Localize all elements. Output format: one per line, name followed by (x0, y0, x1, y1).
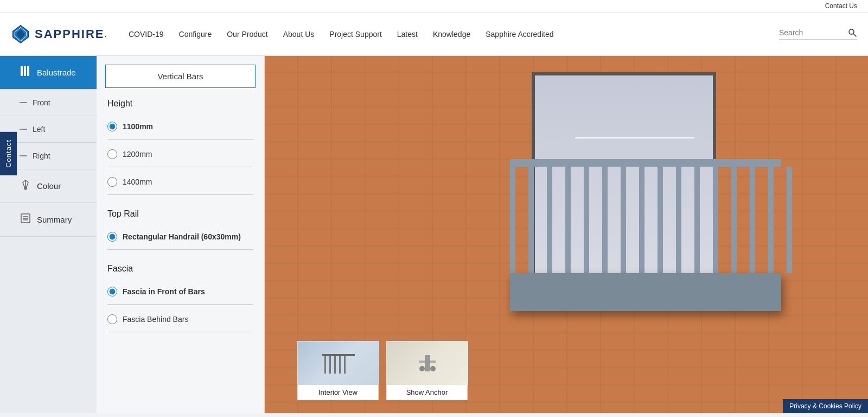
vertical-bar (694, 167, 700, 273)
sidebar-label-left: Left (33, 125, 45, 134)
radio-option-1100[interactable]: 1100mm (107, 117, 253, 136)
vertical-bar (787, 167, 792, 273)
radio-label-1100: 1100mm (123, 122, 153, 131)
radio-input-behind[interactable] (107, 314, 117, 324)
svg-rect-16 (425, 355, 430, 371)
radio-input-1200[interactable] (107, 149, 117, 159)
config-section-top-rail: Top RailRectangular Handrail (60x30mm) (97, 209, 264, 264)
nav-link-knowledge[interactable]: Knowledge (433, 30, 470, 39)
config-section-height: Height1100mm1200mm1400mm (97, 99, 264, 209)
divider-behind (107, 332, 253, 332)
nav-search[interactable] (779, 28, 857, 40)
radio-option-rectangular[interactable]: Rectangular Handrail (60x30mm) (107, 228, 253, 246)
svg-point-10 (24, 187, 27, 189)
nav-link-our-product[interactable]: Our Product (227, 30, 267, 39)
nav-link-sapphire-accredited[interactable]: Sapphire Accredited (486, 30, 553, 39)
radio-label-1200: 1200mm (123, 150, 152, 159)
radio-input-rectangular[interactable] (107, 232, 117, 242)
thumb-label-anchor: Show Anchor (387, 385, 467, 400)
vertical-bars (510, 167, 781, 273)
vertical-bar (676, 167, 681, 273)
vertical-bar (639, 167, 644, 273)
radio-input-front[interactable] (107, 287, 117, 296)
config-section-title-top-rail: Top Rail (107, 209, 253, 219)
vertical-bar (510, 167, 515, 273)
thumb-bar-5 (344, 356, 346, 374)
svg-point-18 (430, 366, 436, 371)
sidebar-item-front[interactable]: Front (0, 90, 97, 116)
thumb-anchor-bg (387, 342, 468, 385)
vertical-bar (584, 167, 589, 273)
nav-link-about-us[interactable]: About Us (283, 30, 315, 39)
viewer: Interior View Show Anchor Privacy & Cook… (265, 56, 868, 413)
thumb-image-interior (298, 342, 379, 385)
nav-link-latest[interactable]: Latest (397, 30, 418, 39)
radio-option-1200[interactable]: 1200mm (107, 145, 253, 163)
svg-point-17 (419, 366, 425, 371)
divider-front (107, 304, 253, 305)
privacy-cookie[interactable]: Privacy & Cookies Policy (783, 399, 868, 413)
thumb-bar-3 (334, 356, 336, 374)
thumb-label-interior: Interior View (298, 385, 378, 400)
sidebar-dash-front (20, 102, 27, 103)
radio-label-behind: Fascia Behind Bars (123, 315, 188, 324)
vertical-bar (750, 167, 755, 273)
config-section-fascia: FasciaFascia in Front of BarsFascia Behi… (97, 264, 264, 346)
sidebar-label-front: Front (33, 98, 50, 107)
radio-label-1400: 1400mm (123, 178, 152, 186)
sidebar-label-summary: Summary (37, 215, 72, 224)
config-tab-header[interactable]: Vertical Bars (105, 65, 256, 88)
svg-line-4 (853, 34, 856, 36)
preview-thumb-interior[interactable]: Interior View (297, 341, 379, 400)
sidebar-dash-right (20, 155, 27, 156)
logo-icon (11, 24, 30, 44)
vertical-bar (621, 167, 626, 273)
nav-link-project-support[interactable]: Project Support (329, 30, 382, 39)
radio-label-rectangular: Rectangular Handrail (60x30mm) (123, 232, 241, 241)
sidebar-label-colour: Colour (37, 181, 61, 191)
thumb-image-anchor (387, 342, 468, 385)
divider-rectangular (107, 249, 253, 250)
contact-us-link[interactable]: Contact Us (825, 2, 857, 10)
vertical-bar (731, 167, 737, 273)
search-icon[interactable] (847, 28, 857, 37)
sidebar-label-right: Right (33, 151, 50, 160)
radio-option-front[interactable]: Fascia in Front of Bars (107, 282, 253, 301)
balcony-structure (488, 72, 857, 376)
svg-rect-7 (27, 66, 29, 76)
config-section-title-height: Height (107, 99, 253, 109)
thumb-bar-4 (339, 356, 341, 374)
contact-tab[interactable]: Contact (0, 132, 17, 175)
search-input[interactable] (779, 28, 844, 37)
vertical-bar (547, 167, 552, 273)
config-panel: Vertical Bars Height1100mm1200mm1400mmTo… (97, 56, 265, 413)
radio-input-1100[interactable] (107, 122, 117, 131)
anchor-icon (414, 350, 441, 377)
radio-option-behind[interactable]: Fascia Behind Bars (107, 310, 253, 328)
preview-thumbnails: Interior View Show Anchor (297, 341, 468, 400)
svg-point-3 (849, 29, 854, 34)
radio-option-1400[interactable]: 1400mm (107, 173, 253, 191)
radio-input-1400[interactable] (107, 177, 117, 187)
svg-rect-5 (21, 66, 23, 76)
thumb-interior-bg (298, 342, 379, 385)
sidebar: BalustradeFrontLeftRightColourSummary (0, 56, 97, 413)
nav-link-covid[interactable]: COVID-19 (129, 30, 164, 39)
thumb-bar-2 (329, 356, 331, 374)
balcony-platform (510, 273, 781, 311)
sidebar-icon-summary (20, 213, 31, 226)
svg-rect-6 (24, 66, 26, 76)
nav-link-configure[interactable]: Configure (179, 30, 212, 39)
config-section-title-fascia: Fascia (107, 264, 253, 274)
thumb-bar-group (324, 356, 346, 374)
divider-1200 (107, 167, 253, 167)
sidebar-item-balustrade[interactable]: Balustrade (0, 56, 97, 90)
balcony-rail-container (510, 159, 781, 311)
sidebar-item-summary[interactable]: Summary (0, 203, 97, 237)
vertical-bar (768, 167, 774, 273)
main-layout: Contact BalustradeFrontLeftRightColourSu… (0, 56, 868, 413)
thumb-rail-detail (322, 350, 355, 377)
vertical-bar (565, 167, 571, 273)
preview-thumb-anchor[interactable]: Show Anchor (386, 341, 468, 400)
top-rail-bar (510, 159, 781, 167)
